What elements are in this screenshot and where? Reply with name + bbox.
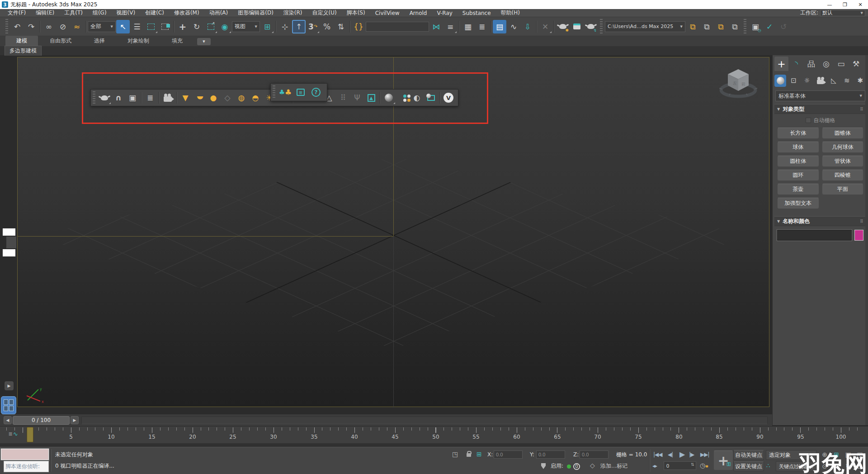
align-button[interactable]: ≡ [443,20,457,33]
panel-scrollbar[interactable] [865,55,868,425]
autogrid-checkbox[interactable] [806,118,811,123]
enabled-status-dot[interactable] [567,465,571,469]
time-config-icon[interactable]: ◷✱ [700,462,708,469]
scene-history-button[interactable]: ↺ [777,20,790,33]
slate-material-button[interactable] [424,91,438,104]
menu-substance[interactable]: Substance [458,9,496,17]
tab-hierarchy[interactable]: 品 [804,57,818,71]
curve-editor-button[interactable]: ∿ [507,20,520,33]
layer-explorer-button[interactable]: ≣ [475,20,489,33]
category-spacewarps[interactable]: ≋ [841,75,853,87]
perspective-viewport[interactable]: 左 前 y x [17,57,769,407]
go-to-end-button[interactable]: ▶▶| [700,451,709,458]
color-clipboard-button[interactable] [396,91,410,104]
material-palette-button[interactable]: ◐ [410,91,424,104]
ribbon-tab-modeling[interactable]: 建模 [5,36,38,46]
category-geometry[interactable] [774,75,786,87]
ribbon-tab-selection[interactable]: 选择 [83,36,116,46]
cone-button[interactable]: 圆锥体 [822,128,864,139]
omni-light-button[interactable]: ● [207,91,220,104]
z-coord-field[interactable] [580,450,609,459]
category-shapes[interactable]: ⊡ [788,75,799,87]
set-key-button[interactable]: 设置关键点 [733,461,764,471]
ribbon-tab-populate[interactable]: 填充 [161,36,193,46]
bind-spacewarp-button[interactable]: ≈ [70,20,84,33]
object-name-field[interactable] [777,230,852,241]
track-bar[interactable]: ≣ ∿ 0 5 10 15 20 25 30 35 40 45 50 55 60… [0,426,868,447]
document-list-icon[interactable]: ≡ [293,85,308,100]
text-plus-button[interactable]: 加强型文本 [777,198,819,209]
project-path-dropdown[interactable]: C:\Users\Ad…ds Max 2025 ▼ [605,21,685,32]
tab-display[interactable]: ▭ [834,57,848,71]
grass-button[interactable]: Ψ [350,91,364,104]
target-point-light-button[interactable]: ◍ [235,91,248,104]
save-scene-button[interactable]: ▣◷ [749,20,762,33]
select-move-button[interactable]: + [176,20,189,33]
fire-effect-button[interactable]: ▲ [364,91,378,104]
category-cameras[interactable] [814,75,826,87]
menu-customize[interactable]: 自定义(U) [307,9,342,17]
geosphere-button[interactable]: ◇ [221,91,234,104]
box-button[interactable]: 长方体 [777,128,819,139]
go-to-start-button[interactable]: |◀◀ [653,451,662,458]
next-frame-arrow[interactable]: ▶ [71,416,79,424]
current-frame-marker[interactable] [27,427,33,442]
select-place-button[interactable]: ◉ [218,20,231,33]
pyramid-button[interactable]: 四棱锥 [822,170,864,181]
toolbar-grip[interactable] [600,19,603,34]
render-button[interactable]: ↯ [584,20,598,33]
view-cube[interactable]: 左 前 [716,63,761,104]
tube-button[interactable]: 管状体 [822,156,864,167]
rendered-frame-button[interactable] [570,20,584,33]
object-type-header[interactable]: ▼ 对象类型 ⠿ [774,104,866,114]
tab-motion[interactable]: ◎ [819,57,833,71]
reference-coord-dropdown[interactable]: 视图 ▼ [232,21,260,32]
project-nodes-button[interactable]: ⧉ [728,20,741,33]
category-helpers[interactable]: ◺ [828,75,840,87]
tab-create[interactable]: + [774,57,788,71]
menu-animation[interactable]: 动画(A) [204,9,233,17]
menu-graph-editors[interactable]: 图形编辑器(D) [233,9,278,17]
scene-check-button[interactable]: ✓ [763,20,776,33]
name-color-header[interactable]: ▼ 名称和颜色 ⠿ [774,216,866,226]
cylinder-button[interactable]: 圆柱体 [777,156,819,167]
teapot-primitive-button[interactable] [98,91,111,104]
menu-group[interactable]: 组(G) [88,9,112,17]
menu-rendering[interactable]: 渲染(R) [278,9,307,17]
spinner-arrows[interactable]: ⇅ [691,462,694,467]
cube-marker-icon[interactable]: ◇ [590,462,595,469]
menu-edit[interactable]: 编辑(E) [31,9,59,17]
ribbon-toggle-button[interactable]: ▤ [493,20,506,33]
object-color-swatch[interactable] [854,230,863,241]
window-crossing-button[interactable] [158,20,172,33]
schematic-view-button[interactable]: ⇩ [521,20,534,33]
ribbon-tab-object-paint[interactable]: 对象绘制 [117,36,160,46]
menu-scripting[interactable]: 脚本(S) [342,9,370,17]
angle-snap-button[interactable]: 3↷ [306,20,320,33]
teapot-button[interactable]: 茶壶 [777,184,819,195]
category-lights[interactable]: ☼ [801,75,813,87]
y-coord-field[interactable] [536,450,565,459]
project-settings-button[interactable]: ⧉ [686,20,699,33]
torus-button[interactable]: 圆环 [777,170,819,181]
maxscript-mini-listener[interactable]: 脚本迷你侦听: [4,461,49,472]
ribbon-minimize-dropdown[interactable]: ▼ [197,38,211,45]
particle-view-button[interactable]: ✕ [538,20,552,33]
link-button[interactable]: ∞ [42,20,56,33]
selection-lock-icon[interactable] [467,453,471,457]
drag-handle-icon[interactable]: ⠿ [860,219,863,224]
project-structure-button[interactable]: ⧉ [714,20,727,33]
zero-badge[interactable]: 0 [573,463,580,470]
target-spot-light-button[interactable]: ▼ [179,91,192,104]
minimize-button[interactable]: — [822,0,837,9]
shield-icon[interactable] [541,463,546,469]
scene-explorer-button[interactable]: ▦ [461,20,475,33]
dots-grid-button[interactable]: ⠿ [336,91,350,104]
ribbon-panel-polygon-modeling[interactable]: 多边形建模 [5,46,42,56]
undo-button[interactable]: ↶ [10,20,24,33]
x-coord-field[interactable] [494,450,523,459]
redo-button[interactable]: ↷ [24,20,38,33]
toolbar-grip[interactable] [93,91,95,104]
help-icon[interactable]: ? [309,85,323,100]
project-folder-button[interactable]: ⧉ [700,20,713,33]
